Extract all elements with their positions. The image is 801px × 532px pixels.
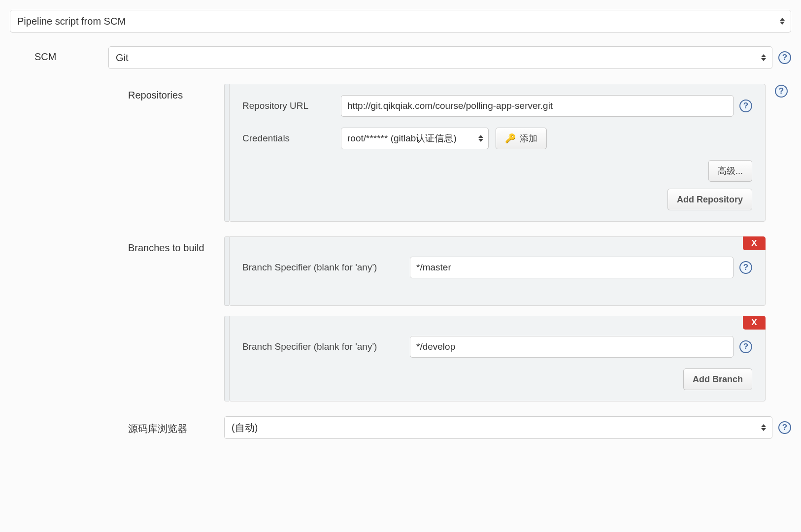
- drag-handle[interactable]: [224, 236, 229, 306]
- repo-browser-value: (自动): [232, 421, 258, 434]
- help-icon[interactable]: ?: [778, 421, 791, 434]
- updown-icon: [780, 18, 785, 25]
- credentials-label: Credentials: [242, 133, 341, 144]
- add-branch-label: Add Branch: [693, 374, 743, 385]
- scm-label: SCM: [10, 46, 108, 69]
- add-credentials-button[interactable]: 🔑 添加: [496, 128, 547, 149]
- advanced-button[interactable]: 高级...: [708, 160, 752, 182]
- add-repository-button[interactable]: Add Repository: [668, 189, 752, 210]
- delete-branch-button[interactable]: X: [743, 316, 766, 330]
- definition-select-value: Pipeline script from SCM: [17, 16, 126, 27]
- delete-label: X: [751, 318, 757, 328]
- updown-icon: [761, 424, 766, 431]
- branch-specifier-label: Branch Specifier (blank for 'any'): [242, 341, 410, 352]
- updown-icon: [478, 135, 483, 142]
- branch-specifier-label: Branch Specifier (blank for 'any'): [242, 262, 410, 273]
- help-icon[interactable]: ?: [778, 51, 791, 64]
- help-icon[interactable]: ?: [739, 100, 752, 112]
- definition-select[interactable]: Pipeline script from SCM: [10, 10, 791, 33]
- add-branch-button[interactable]: Add Branch: [683, 368, 752, 390]
- add-credentials-label: 添加: [520, 133, 537, 144]
- branch-panel: X Branch Specifier (blank for 'any') ? A…: [229, 316, 766, 401]
- drag-handle[interactable]: [224, 316, 229, 401]
- add-repository-label: Add Repository: [677, 195, 743, 205]
- repositories-panel: Repository URL ? Credentials root/******…: [229, 84, 766, 222]
- branch-specifier-input[interactable]: [410, 257, 734, 278]
- key-icon: 🔑: [505, 133, 516, 144]
- help-icon[interactable]: ?: [739, 261, 752, 274]
- branches-label: Branches to build: [108, 236, 224, 401]
- delete-branch-button[interactable]: X: [743, 236, 766, 250]
- scm-select-value: Git: [116, 52, 129, 64]
- credentials-select-value: root/****** (gitlab认证信息): [347, 132, 457, 145]
- drag-handle[interactable]: [224, 84, 229, 222]
- repo-url-label: Repository URL: [242, 100, 341, 111]
- help-icon[interactable]: ?: [775, 85, 788, 98]
- credentials-select[interactable]: root/****** (gitlab认证信息): [341, 128, 489, 149]
- repo-url-input[interactable]: [341, 95, 734, 117]
- repo-browser-label: 源码库浏览器: [108, 416, 224, 439]
- delete-label: X: [751, 238, 757, 248]
- scm-select[interactable]: Git: [108, 46, 772, 69]
- branch-specifier-input[interactable]: [410, 336, 734, 358]
- help-icon[interactable]: ?: [739, 340, 752, 353]
- branch-panel: X Branch Specifier (blank for 'any') ?: [229, 236, 766, 306]
- updown-icon: [761, 54, 766, 61]
- repo-browser-select[interactable]: (自动): [224, 416, 772, 439]
- repositories-label: Repositories: [108, 84, 224, 222]
- advanced-button-label: 高级...: [718, 165, 743, 177]
